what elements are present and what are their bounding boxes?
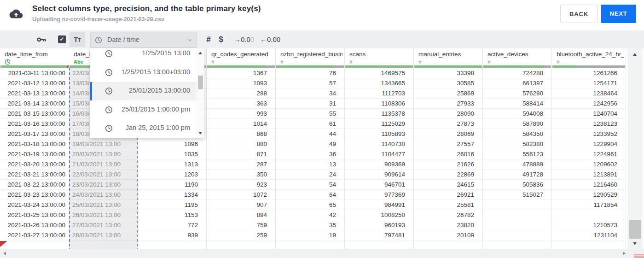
- table-cell: 24615: [414, 180, 482, 190]
- table-cell: 2021-03-20 13:00:00: [0, 159, 69, 170]
- horizontal-scrollbar[interactable]: [0, 249, 644, 258]
- scroll-up-arrow-icon[interactable]: [633, 53, 637, 56]
- table-cell: 287: [207, 159, 275, 170]
- vertical-scrollbar-thumb[interactable]: [629, 220, 641, 239]
- table-cell: 594008: [483, 109, 551, 119]
- column-date_time_from: date_time_from2021-03-11 13:00:002021-03…: [0, 48, 69, 249]
- dropdown-scroll-up-icon[interactable]: [198, 52, 202, 54]
- datetime-select-value: Date / time: [107, 36, 139, 43]
- back-button[interactable]: BACK: [560, 5, 598, 23]
- quality-bar-green-segment: [276, 65, 334, 68]
- clock-icon: [105, 124, 113, 134]
- table-cell: 2021-03-19 13:00:00: [0, 149, 69, 159]
- check-icon: ✓: [59, 36, 64, 42]
- arrow-right-icon: →: [234, 35, 241, 43]
- column-header-scans[interactable]: scans: [349, 51, 412, 59]
- table-cell: 2021-03-14 13:00:00: [0, 99, 69, 109]
- table-cell: 1238123: [552, 119, 626, 129]
- quality-bar-gray-segment: [576, 65, 625, 68]
- cloud-upload-icon: [9, 8, 23, 21]
- column-header-bluetooth_active_24_hr_[interactable]: bluetooth_active_24_hr_: [557, 51, 624, 59]
- table-cell: 587890: [483, 119, 551, 129]
- table-cell: 1261266: [552, 68, 626, 78]
- column-type-toolbar: ✓ TT Date / time # $ →0.00 ←0.00: [0, 30, 644, 48]
- column-quality-bar: [0, 65, 69, 68]
- format-option-label: 1/25/2015 13:00+03:00: [121, 68, 190, 76]
- column-header-qr_codes_generated[interactable]: qr_codes_generated: [211, 51, 273, 59]
- format-option[interactable]: Jan 25, 2015 1:00 pm: [90, 119, 197, 138]
- quality-bar-green-segment: [483, 65, 544, 68]
- column-type-indicator: Abc: [74, 59, 83, 65]
- next-button[interactable]: NEXT: [601, 5, 636, 23]
- primary-key-icon[interactable]: [36, 30, 47, 48]
- format-option[interactable]: 25/01/2015 13:00:00: [90, 82, 197, 100]
- vertical-scrollbar[interactable]: [627, 48, 643, 249]
- scroll-left-arrow-icon[interactable]: [3, 252, 6, 255]
- table-cell: 26016: [414, 149, 482, 159]
- clock-icon: [95, 36, 102, 46]
- clock-icon: [105, 87, 113, 97]
- column-header-nzbn_registered_busine[interactable]: nzbn_registered_busine: [280, 51, 342, 59]
- currency-type-icon[interactable]: $: [216, 30, 226, 48]
- table-cell: 1231104: [552, 230, 626, 240]
- column-quality-bar: [414, 65, 482, 68]
- table-cell: 1343665: [345, 78, 413, 88]
- boolean-type-checkbox[interactable]: ✓: [58, 35, 66, 43]
- table-cell: 23/03/2021 13:00: [69, 180, 138, 190]
- quality-bar-gray-segment: [267, 65, 275, 68]
- table-cell: 2021-03-13 13:00:00: [0, 88, 69, 99]
- table-cell: 36: [276, 149, 344, 159]
- chevron-down-icon: [186, 37, 193, 45]
- table-cell: 515027: [483, 190, 551, 200]
- table-cell: 27873: [414, 119, 482, 129]
- column-header-manual_entries[interactable]: manual_entries: [418, 51, 481, 59]
- format-option[interactable]: 25/01/2015 1:00:00 pm: [90, 101, 197, 119]
- table-cell: 2021-03-17 13:00:00: [0, 129, 69, 139]
- format-option[interactable]: 1/25/2015 13:00+03:00: [90, 64, 197, 82]
- table-cell: 1108306: [345, 99, 413, 109]
- dropdown-scrollbar-thumb[interactable]: [198, 76, 203, 89]
- column-type-indicator: #: [418, 59, 422, 65]
- arrow-left-icon: ←: [260, 35, 267, 43]
- column-bluetooth_active_24_hr_: bluetooth_active_24_hr_#1261266125417112…: [551, 48, 626, 249]
- text-type-button[interactable]: TT: [70, 32, 85, 47]
- table-cell: [483, 230, 551, 240]
- datetime-type-select[interactable]: Date / time: [90, 32, 197, 48]
- table-cell: 1367: [207, 68, 275, 78]
- table-cell: 1209602: [552, 159, 626, 170]
- horizontal-scrollbar-thumb[interactable]: [634, 254, 644, 258]
- dropdown-scrollbar[interactable]: [197, 48, 204, 138]
- column-quality-bar: [483, 65, 551, 68]
- table-cell: 76: [276, 68, 344, 78]
- table-cell: 759: [207, 220, 275, 230]
- table-cell: 797481: [345, 230, 413, 240]
- integer-type-icon[interactable]: #: [204, 30, 213, 48]
- column-header-active_devices[interactable]: active_devices: [487, 51, 550, 59]
- scroll-right-arrow-icon[interactable]: [623, 252, 626, 255]
- column-quality-bar: [276, 65, 344, 68]
- format-option-label: 25/01/2015 13:00:00: [129, 87, 190, 94]
- clock-icon: [105, 69, 113, 78]
- table-cell: 1014: [207, 119, 275, 129]
- table-cell: 478889: [483, 159, 551, 170]
- table-cell: 1224961: [552, 149, 626, 159]
- table-cell: 556123: [483, 149, 551, 159]
- table-cell: 1171854: [552, 200, 626, 210]
- format-option[interactable]: 1/25/2015 13:00: [90, 48, 197, 63]
- table-cell: 1242956: [552, 99, 626, 109]
- table-cell: 2021-03-26 13:00:00: [0, 220, 69, 230]
- quality-bar-green-segment: [345, 65, 413, 68]
- column-quality-bar: [345, 65, 413, 68]
- quality-bar-green-segment: [552, 65, 576, 68]
- column-type-indicator: #: [487, 59, 491, 65]
- table-cell: 1313: [138, 159, 206, 170]
- column-header-date_time_from[interactable]: date_time_from: [5, 51, 67, 59]
- dropdown-scroll-down-icon[interactable]: [198, 132, 202, 135]
- table-cell: 1112703: [345, 88, 413, 99]
- decrease-precision-button[interactable]: ←0.00: [260, 30, 280, 48]
- scroll-down-arrow-icon[interactable]: [633, 242, 637, 245]
- table-cell: 26/03/2021 13:00: [69, 210, 138, 220]
- increase-precision-button[interactable]: →0.00: [234, 30, 254, 48]
- table-cell: 946701: [345, 180, 413, 190]
- table-cell: 21/03/2021 13:00: [69, 159, 138, 170]
